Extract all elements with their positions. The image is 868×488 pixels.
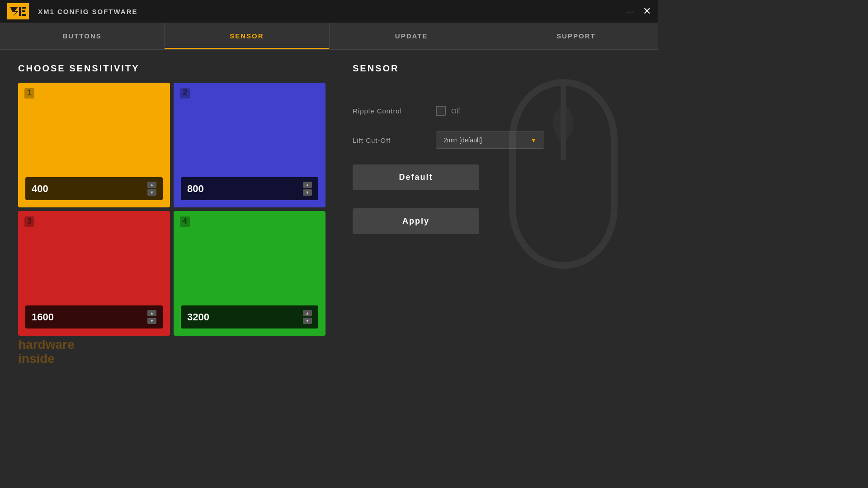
slot-3-dpi-value: 1600: [32, 311, 147, 323]
slot-2-decrement[interactable]: ▼: [303, 189, 312, 196]
lift-cutoff-row: Lift Cut-Off 2mm [default] ▼: [353, 131, 640, 149]
tab-update[interactable]: UPDATE: [330, 23, 494, 49]
app-title: XM1 CONFIG SOFTWARE: [38, 8, 138, 15]
svg-rect-2: [19, 7, 21, 16]
tab-sensor[interactable]: SENSOR: [165, 23, 329, 49]
sensor-separator: [353, 92, 640, 92]
right-panel: SENSOR Ripple Control Off Lift Cut-Off 2…: [353, 63, 640, 361]
ripple-control-label: Ripple Control: [353, 107, 425, 115]
default-button[interactable]: Default: [353, 164, 479, 190]
slot-1-number: 1: [24, 88, 34, 99]
sensitivity-section-title: CHOOSE SENSITIVITY: [18, 63, 326, 74]
sensitivity-grid: 1 400 ▲ ▼ 2 800 ▲ ▼: [18, 83, 326, 336]
slot-4-spinners: ▲ ▼: [303, 310, 312, 324]
lift-cutoff-value: 2mm [default]: [443, 136, 482, 144]
logo-area: XM1 CONFIG SOFTWARE: [7, 3, 138, 19]
tab-buttons[interactable]: BUTTONS: [0, 23, 165, 49]
slot-3-spinners: ▲ ▼: [147, 310, 156, 324]
slot-1-spinners: ▲ ▼: [147, 182, 156, 196]
slot-4-increment[interactable]: ▲: [303, 310, 312, 316]
slot-3-decrement[interactable]: ▼: [147, 318, 156, 324]
lift-cutoff-dropdown[interactable]: 2mm [default] ▼: [436, 131, 544, 149]
ripple-control-state: Off: [451, 107, 460, 115]
slot-2-increment[interactable]: ▲: [303, 182, 312, 188]
sensitivity-slot-1: 1 400 ▲ ▼: [18, 83, 170, 207]
slot-4-decrement[interactable]: ▼: [303, 318, 312, 324]
slot-3-dpi-container: 1600 ▲ ▼: [25, 305, 163, 328]
sensitivity-slot-2: 2 800 ▲ ▼: [174, 83, 326, 207]
lift-cutoff-label: Lift Cut-Off: [353, 136, 425, 144]
slot-4-dpi-value: 3200: [187, 311, 303, 323]
title-bar: XM1 CONFIG SOFTWARE — ✕: [0, 0, 658, 23]
main-content: CHOOSE SENSITIVITY 1 400 ▲ ▼ 2 800: [0, 50, 658, 375]
app-logo: [7, 3, 29, 19]
slot-3-number: 3: [24, 216, 34, 227]
minimize-button[interactable]: —: [626, 7, 634, 15]
sensor-section-title: SENSOR: [353, 63, 640, 74]
slot-1-dpi-value: 400: [32, 183, 147, 195]
close-button[interactable]: ✕: [643, 6, 651, 16]
slot-2-dpi-value: 800: [187, 183, 303, 195]
slot-3-increment[interactable]: ▲: [147, 310, 156, 316]
window-controls: — ✕: [626, 6, 651, 16]
slot-1-increment[interactable]: ▲: [147, 182, 156, 188]
dropdown-arrow-icon: ▼: [530, 136, 537, 144]
slot-1-dpi-container: 400 ▲ ▼: [25, 177, 163, 200]
svg-rect-4: [22, 10, 25, 12]
slot-4-dpi-container: 3200 ▲ ▼: [181, 305, 318, 328]
ripple-control-row: Ripple Control Off: [353, 106, 640, 116]
slot-1-decrement[interactable]: ▼: [147, 189, 156, 196]
tab-support[interactable]: SUPPORT: [494, 23, 658, 49]
left-panel: CHOOSE SENSITIVITY 1 400 ▲ ▼ 2 800: [18, 63, 326, 361]
nav-tabs: BUTTONS SENSOR UPDATE SUPPORT: [0, 23, 658, 50]
sensitivity-slot-4: 4 3200 ▲ ▼: [174, 211, 326, 336]
slot-2-number: 2: [180, 88, 190, 99]
svg-rect-3: [22, 7, 26, 9]
ripple-control-checkbox[interactable]: [436, 106, 446, 116]
slot-2-spinners: ▲ ▼: [303, 182, 312, 196]
apply-button[interactable]: Apply: [353, 208, 479, 234]
ripple-control-checkbox-area: Off: [436, 106, 460, 116]
svg-rect-5: [22, 14, 26, 16]
sensitivity-slot-3: 3 1600 ▲ ▼: [18, 211, 170, 336]
slot-2-dpi-container: 800 ▲ ▼: [181, 177, 318, 200]
slot-4-number: 4: [180, 216, 190, 227]
